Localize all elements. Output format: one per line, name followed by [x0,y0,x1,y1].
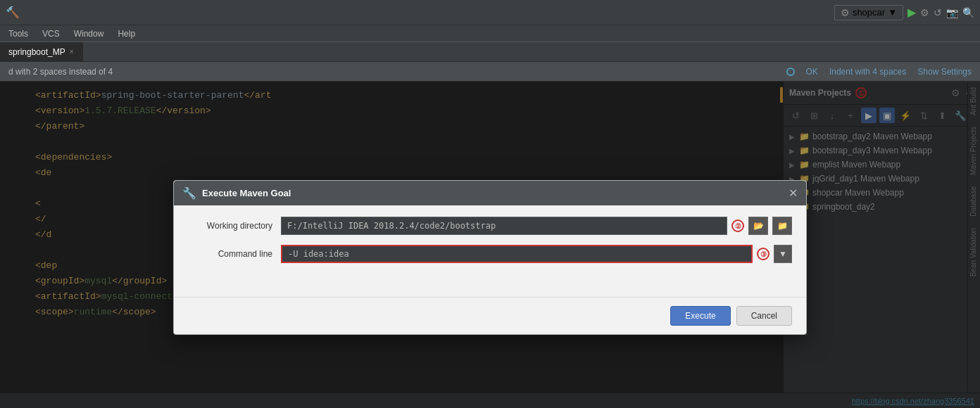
command-line-label: Command line [188,249,272,259]
hammer-icon[interactable]: 🔨 [6,6,20,19]
working-directory-input-wrap: ② 📂 📁 [281,217,792,235]
notification-text: d with 2 spaces instead of 4 [8,67,772,77]
project-name: shopcar [853,7,885,18]
command-dropdown-button[interactable]: ▼ [774,245,792,263]
execute-maven-goal-dialog: 🔧 Execute Maven Goal ✕ Working directory… [173,180,807,335]
modal-title: Execute Maven Goal [202,188,291,198]
project-dropdown[interactable]: ⚙ shopcar ▼ [834,5,903,20]
modal-overlay: 🔧 Execute Maven Goal ✕ Working directory… [0,82,980,408]
indent-action[interactable]: Indent with 4 spaces [829,67,906,77]
search-icon[interactable]: 🔍 [962,7,974,18]
modal-title-area: 🔧 Execute Maven Goal [182,186,291,200]
menu-help[interactable]: Help [115,27,138,40]
working-directory-row: Working directory ② 📂 📁 [188,217,792,235]
show-settings-action[interactable]: Show Settings [917,67,972,77]
browse-alt-button[interactable]: 📁 [772,217,792,235]
command-line-input[interactable] [281,245,753,263]
run-icon[interactable]: ▶ [907,6,916,19]
modal-close-button[interactable]: ✕ [789,188,798,199]
menu-bar: Tools VCS Window Help [0,25,980,42]
working-directory-input[interactable] [281,217,727,235]
main-area: <artifactId>spring-boot-starter-parent</… [0,82,980,408]
settings-gear-icon: ⚙ [841,7,850,18]
tab-label: springboot_MP [8,47,65,57]
camera-icon[interactable]: 📷 [946,7,958,18]
command-line-row: Command line ③ ▼ [188,245,792,263]
cursor-indicator [786,68,795,76]
dropdown-chevron-icon: ▼ [888,7,897,18]
maven-dialog-icon: 🔧 [182,186,196,200]
tab-bar: springboot_MP × [0,42,980,62]
notification-bar: d with 2 spaces instead of 4 OK Indent w… [0,62,980,82]
tab-close-icon[interactable]: × [70,48,74,56]
menu-window[interactable]: Window [71,27,107,40]
tab-springboot-mp[interactable]: springboot_MP × [0,42,83,61]
browse-button[interactable]: 📂 [748,217,768,235]
ok-action[interactable]: OK [806,67,818,77]
menu-tools[interactable]: Tools [6,27,31,40]
global-right: ⚙ shopcar ▼ ▶ ⚙ ↺ 📷 🔍 [834,5,974,20]
global-left: 🔨 [6,6,20,19]
modal-footer: Execute Cancel [174,297,806,334]
working-directory-label: Working directory [188,221,272,231]
execute-button[interactable]: Execute [670,306,730,326]
cancel-button[interactable]: Cancel [736,306,792,326]
badge-2: ② [731,219,744,232]
menu-vcs[interactable]: VCS [39,27,63,40]
refresh-icon[interactable]: ↺ [934,7,942,18]
badge-3: ③ [757,248,769,260]
command-line-input-wrap: ③ ▼ [281,245,792,263]
modal-body: Working directory ② 📂 📁 Command line ③ ▼ [174,205,806,297]
build-icon[interactable]: ⚙ [920,7,929,18]
global-toolbar: 🔨 ⚙ shopcar ▼ ▶ ⚙ ↺ 📷 🔍 [0,0,980,25]
modal-header: 🔧 Execute Maven Goal ✕ [174,181,806,205]
